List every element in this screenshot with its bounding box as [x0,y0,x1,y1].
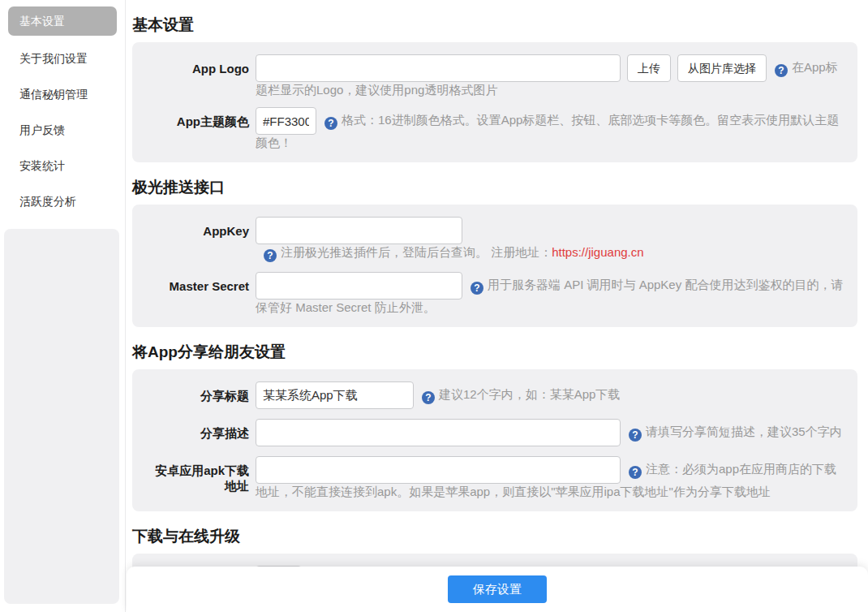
sidebar-item-user-feedback[interactable]: 用户反馈 [0,112,125,148]
appkey-help: ?注册极光推送插件后，登陆后台查询。 注册地址：https://jiguang.… [256,245,644,259]
theme-color-label: App主题颜色 [145,107,249,129]
master-secret-input[interactable] [256,272,462,300]
share-title-help-text: 建议12个字内，如：某某App下载 [439,387,620,401]
sidebar-item-about-us[interactable]: 关于我们设置 [0,41,125,76]
help-icon: ? [629,429,642,442]
sidebar: 基本设置 关于我们设置 通信秘钥管理 用户反馈 安装统计 活跃度分析 [0,0,126,612]
upload-button[interactable]: 上传 [627,54,671,82]
jiguang-link[interactable]: https://jiguang.cn [552,245,643,259]
section-title-upgrade: 下载与在线升级 [132,528,857,545]
share-settings-panel: 分享标题?建议12个字内，如：某某App下载 分享描述?请填写分享简短描述，建议… [132,369,857,511]
appkey-label: AppKey [145,217,249,239]
appkey-help-text: 注册极光推送插件后，登陆后台查询。 注册地址： [281,245,552,259]
share-desc-input[interactable] [256,419,621,446]
main-content: 基本设置 App Logo上传从图片库选择?在App标题栏显示的Logo，建议使… [127,0,868,612]
share-desc-help-text: 请填写分享简短描述，建议35个字内 [646,425,842,438]
help-icon: ? [324,117,337,130]
app-logo-label: App Logo [145,54,249,76]
form-row-share-desc: 分享描述?请填写分享简短描述，建议35个字内 [145,419,844,446]
sidebar-item-comm-secret-keys[interactable]: 通信秘钥管理 [0,76,125,112]
form-row-theme-color: App主题颜色?格式：16进制颜色格式。设置App标题栏、按钮、底部选项卡等颜色… [145,107,844,150]
appkey-input[interactable] [256,217,462,244]
form-row-share-title: 分享标题?建议12个字内，如：某某App下载 [145,381,844,409]
section-title-basic-settings: 基本设置 [132,16,857,34]
sidebar-item-activity-analysis[interactable]: 活跃度分析 [0,183,125,219]
share-title-label: 分享标题 [145,381,249,403]
apk-url-label: 安卓应用apk下载地址 [145,456,249,493]
theme-color-help-text: 格式：16进制颜色格式。设置App标题栏、按钮、底部选项卡等颜色。留空表示使用默… [256,113,839,149]
help-icon: ? [775,64,788,77]
basic-settings-panel: App Logo上传从图片库选择?在App标题栏显示的Logo，建议使用png透… [132,42,857,162]
choose-from-library-button[interactable]: 从图片库选择 [677,54,767,82]
save-settings-button[interactable]: 保存设置 [448,575,547,603]
share-desc-help: ?请填写分享简短描述，建议35个字内 [621,425,842,438]
share-desc-label: 分享描述 [145,419,249,441]
jpush-panel: AppKey?注册极光推送插件后，登陆后台查询。 注册地址：https://ji… [132,205,857,327]
sidebar-item-basic-settings[interactable]: 基本设置 [8,6,117,36]
apk-url-input[interactable] [256,456,621,484]
form-row-appkey: AppKey?注册极光推送插件后，登陆后台查询。 注册地址：https://ji… [145,217,844,262]
sidebar-item-install-stats[interactable]: 安装统计 [0,148,125,183]
form-row-apk-url: 安卓应用apk下载地址?注意：必须为app在应用商店的下载地址，不能直接连接到a… [145,456,844,499]
help-icon: ? [629,466,642,479]
help-icon: ? [471,282,483,295]
form-row-app-logo: App Logo上传从图片库选择?在App标题栏显示的Logo，建议使用png透… [145,54,844,97]
help-icon: ? [264,249,277,262]
form-row-master-secret: Master Secret?用于服务器端 API 调用时与 AppKey 配合使… [145,272,844,315]
master-secret-label: Master Secret [145,272,249,294]
help-icon: ? [422,391,435,404]
footer-bar: 保存设置 [127,567,868,612]
section-title-share: 将App分享给朋友设置 [132,343,857,361]
share-title-help: ?建议12个字内，如：某某App下载 [414,387,620,401]
share-title-input[interactable] [256,381,414,409]
section-title-jpush: 极光推送接口 [132,179,857,196]
app-logo-input[interactable] [256,54,621,82]
theme-color-input[interactable] [256,107,316,135]
theme-color-help: ?格式：16进制颜色格式。设置App标题栏、按钮、底部选项卡等颜色。留空表示使用… [256,113,839,149]
sidebar-filler-panel [4,229,119,604]
